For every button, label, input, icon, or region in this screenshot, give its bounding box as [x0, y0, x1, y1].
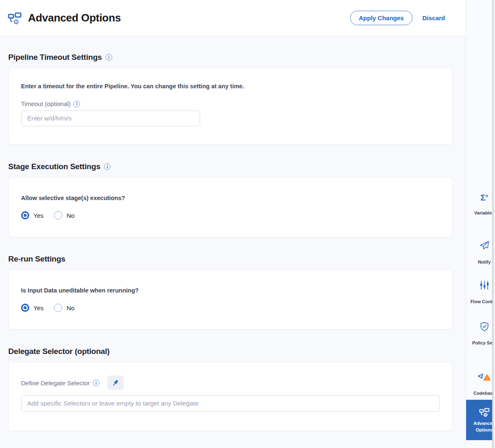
radio-option-yes[interactable]: Yes	[21, 211, 43, 219]
svg-text:!: !	[486, 376, 488, 380]
section-heading-rerun: Re-run Settings	[8, 255, 65, 264]
rerun-radio-group: Yes No	[21, 304, 440, 312]
sidebar-item-label: Notify	[466, 259, 492, 266]
section-heading-delegate: Delegate Selector (optional)	[8, 347, 110, 356]
shield-check-icon	[466, 321, 492, 332]
title-wrap: ⚙ Advanced Options	[7, 11, 121, 26]
sidebar-item-notify[interactable]: Notify	[466, 233, 492, 272]
sidebar-item-variables[interactable]: Σx Variables	[466, 186, 492, 223]
radio-label: No	[66, 304, 74, 311]
timeout-card: Enter a timeout for the entire Pipeline.…	[8, 68, 453, 145]
sidebar-item-flow-control[interactable]: Flow Control	[466, 274, 492, 312]
advanced-options-panel: ⚙ Advanced Options Apply Changes Discard…	[0, 0, 495, 448]
radio-selected-icon[interactable]	[21, 211, 29, 219]
apply-changes-button[interactable]: Apply Changes	[350, 11, 412, 25]
pushpin-icon	[112, 379, 119, 387]
info-icon[interactable]	[106, 54, 112, 61]
radio-unselected-icon[interactable]	[54, 304, 62, 312]
info-icon[interactable]	[73, 101, 80, 107]
timeout-label-row: Timeout (optional)	[21, 100, 440, 107]
section-heading-row: Delegate Selector (optional)	[8, 347, 453, 356]
delegate-field-label: Define Delegate Selector	[21, 380, 90, 387]
sidebar-item-label: Variables	[466, 210, 492, 217]
sidebar-item-advanced-options[interactable]: ⚙ Advanced Options	[466, 400, 492, 440]
info-icon[interactable]	[93, 380, 99, 386]
content-area: Pipeline Timeout Settings Enter a timeou…	[0, 36, 466, 448]
stage-execution-radio-group: Yes No	[21, 211, 440, 219]
pin-button[interactable]	[107, 375, 124, 390]
paper-plane-icon	[466, 240, 492, 251]
timeout-description: Enter a timeout for the entire Pipeline.…	[21, 83, 440, 90]
stage-execution-card: Allow selective stage(s) executions? Yes…	[8, 177, 453, 237]
radio-option-no[interactable]: No	[54, 211, 74, 219]
main-column: ⚙ Advanced Options Apply Changes Discard…	[0, 0, 466, 448]
code-warning-icon: </ !	[466, 370, 492, 382]
sidebar-item-label: Codebase	[466, 390, 492, 397]
right-nav-rail: Σx Variables Notify Flow Contr	[466, 0, 492, 448]
section-heading-row: Pipeline Timeout Settings	[8, 53, 453, 62]
sidebar-item-label: Policy Sets	[466, 340, 492, 347]
sigma-x-icon: Σx	[466, 193, 492, 202]
svg-text:</: </	[478, 372, 483, 380]
rerun-question: Is Input Data uneditable when rerunning?	[21, 287, 440, 294]
svg-text:⚙: ⚙	[13, 18, 19, 25]
radio-unselected-icon[interactable]	[54, 211, 62, 219]
section-heading-timeout: Pipeline Timeout Settings	[8, 53, 102, 62]
stage-execution-question: Allow selective stage(s) executions?	[21, 195, 440, 201]
sidebar-item-label: Advanced Options	[466, 420, 492, 434]
radio-selected-icon[interactable]	[21, 304, 29, 312]
delegate-card: Define Delegate Selector	[8, 362, 453, 431]
radio-label: No	[66, 212, 74, 219]
rerun-card: Is Input Data uneditable when rerunning?…	[8, 269, 453, 330]
panel-header: ⚙ Advanced Options Apply Changes Discard	[0, 0, 466, 36]
timeout-input[interactable]	[21, 111, 200, 126]
sidebar-item-label: Flow Control	[466, 299, 492, 305]
delegate-label-row: Define Delegate Selector	[21, 375, 440, 390]
section-heading-row: Stage Execution Settings	[8, 162, 453, 171]
svg-text:⚙: ⚙	[483, 412, 488, 418]
pipeline-gear-icon: ⚙	[479, 407, 490, 418]
radio-label: Yes	[33, 212, 43, 219]
timeout-field-label: Timeout (optional)	[21, 100, 71, 107]
section-heading-row: Re-run Settings	[8, 255, 453, 264]
discard-button[interactable]: Discard	[422, 14, 445, 21]
info-icon[interactable]	[104, 163, 111, 170]
section-heading-stage-execution: Stage Execution Settings	[8, 162, 100, 171]
page-title: Advanced Options	[28, 12, 121, 24]
sidebar-item-codebase[interactable]: </ ! Codebase	[466, 364, 492, 403]
delegate-selector-input[interactable]	[21, 395, 440, 412]
radio-option-no[interactable]: No	[54, 304, 74, 312]
sidebar-item-policy-sets[interactable]: Policy Sets	[466, 315, 492, 353]
vertical-scrollbar[interactable]	[492, 0, 495, 448]
radio-option-yes[interactable]: Yes	[21, 304, 43, 312]
radio-label: Yes	[33, 304, 43, 311]
pipeline-gear-icon: ⚙	[7, 11, 22, 26]
header-actions: Apply Changes Discard	[350, 11, 445, 25]
sliders-icon	[466, 280, 492, 290]
